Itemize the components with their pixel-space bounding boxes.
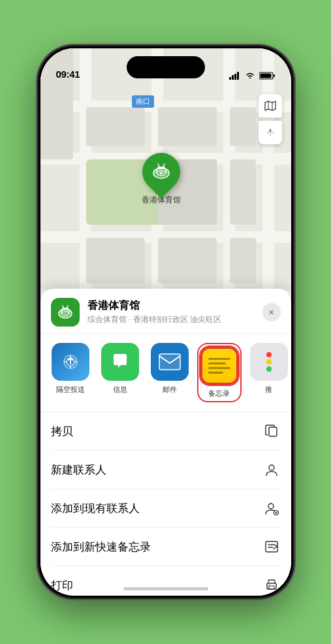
print-icon <box>262 576 281 594</box>
notes-icon <box>200 347 238 385</box>
notes-line-2 <box>208 362 226 364</box>
status-icons <box>229 72 276 80</box>
svg-rect-1 <box>232 75 234 80</box>
svg-point-21 <box>268 504 274 509</box>
notes-line-4 <box>208 372 224 374</box>
copy-action[interactable]: 拷贝 <box>51 412 281 451</box>
svg-rect-17 <box>159 354 180 370</box>
venue-header: 香港体育馆 综合体育馆 · 香港特别行政区 油尖旺区 × <box>40 289 291 334</box>
add-existing-label: 添加到现有联系人 <box>51 501 140 516</box>
status-time: 09:41 <box>56 69 80 80</box>
new-contact-icon <box>262 460 281 479</box>
svg-rect-2 <box>234 74 236 80</box>
notes-line-1 <box>208 358 230 360</box>
add-to-quick-note-action[interactable]: 添加到新快速备忘录 <box>51 528 281 566</box>
notes-lines-detail <box>208 358 230 374</box>
svg-rect-0 <box>229 77 231 80</box>
venue-info: 香港体育馆 综合体育馆 · 香港特别行政区 油尖旺区 <box>87 299 255 325</box>
mail-label: 邮件 <box>163 385 177 394</box>
notes-app-item[interactable]: 备忘录 <box>197 343 242 402</box>
airdrop-symbol <box>61 352 80 372</box>
svg-rect-3 <box>237 72 239 80</box>
notes-label: 备忘录 <box>208 389 230 398</box>
notes-line-3 <box>208 367 230 369</box>
svg-point-11 <box>269 132 271 134</box>
messages-icon <box>101 343 139 381</box>
new-contact-action[interactable]: 新建联系人 <box>51 451 281 489</box>
action-list: 拷贝 新建联系人 <box>40 412 291 596</box>
mail-app-item[interactable]: 邮件 <box>148 343 192 402</box>
phone-frame: 09:41 <box>39 46 293 598</box>
more-dots <box>266 352 272 372</box>
battery-icon <box>259 72 276 80</box>
location-button[interactable] <box>259 121 282 144</box>
print-label: 打印 <box>51 578 73 593</box>
more-label: 推 <box>265 385 272 394</box>
pin-circle <box>134 145 187 199</box>
dot-green <box>266 366 272 372</box>
venue-stadium-icon <box>56 303 74 321</box>
svg-point-20 <box>269 465 274 470</box>
venue-icon <box>51 298 80 327</box>
dynamic-island <box>127 56 205 78</box>
add-to-existing-contact-action[interactable]: 添加到现有联系人 <box>51 489 281 528</box>
svg-rect-5 <box>274 74 275 77</box>
copy-icon <box>262 422 281 440</box>
svg-point-26 <box>268 585 270 586</box>
signal-icon <box>229 72 241 80</box>
more-icon <box>250 343 288 381</box>
map-north-exit-label: 南口 <box>132 95 154 108</box>
new-contact-label: 新建联系人 <box>51 462 106 477</box>
messages-app-item[interactable]: 信息 <box>98 343 142 402</box>
airdrop-icon <box>52 343 89 381</box>
svg-rect-9 <box>157 167 165 169</box>
svg-rect-6 <box>260 74 271 78</box>
quick-note-label: 添加到新快速备忘录 <box>51 539 151 555</box>
venue-description: 综合体育馆 · 香港特别行政区 油尖旺区 <box>87 314 255 325</box>
home-indicator <box>123 587 208 590</box>
dot-red <box>266 352 272 357</box>
print-action[interactable]: 打印 <box>51 566 281 596</box>
map-type-button[interactable] <box>259 94 282 118</box>
close-button[interactable]: × <box>262 303 281 321</box>
messages-bubble-icon <box>110 351 131 372</box>
quick-note-icon <box>262 538 281 556</box>
stadium-icon <box>151 161 172 182</box>
messages-label: 信息 <box>113 385 127 394</box>
copy-label: 拷贝 <box>51 424 73 439</box>
more-app-item[interactable]: 推 <box>247 343 291 402</box>
mail-icon <box>151 343 189 381</box>
map-controls[interactable] <box>259 94 282 144</box>
pin-inner <box>147 157 176 186</box>
phone-screen: 09:41 <box>40 48 291 596</box>
map-icon <box>264 99 277 112</box>
compass-icon <box>264 127 276 138</box>
add-contact-icon <box>262 499 281 517</box>
share-apps-row: 隔空投送 信息 <box>40 334 291 412</box>
airdrop-app-item[interactable]: 隔空投送 <box>48 343 93 402</box>
bottom-sheet: 香港体育馆 综合体育馆 · 香港特别行政区 油尖旺区 × <box>40 289 291 596</box>
wifi-icon <box>245 72 255 80</box>
svg-point-13 <box>61 312 69 316</box>
venue-name: 香港体育馆 <box>87 299 255 313</box>
svg-rect-19 <box>269 427 277 436</box>
mail-envelope-icon <box>159 353 181 370</box>
airdrop-label: 隔空投送 <box>56 385 85 394</box>
location-pin: 香港体育馆 <box>142 153 181 206</box>
dot-yellow <box>266 359 272 364</box>
